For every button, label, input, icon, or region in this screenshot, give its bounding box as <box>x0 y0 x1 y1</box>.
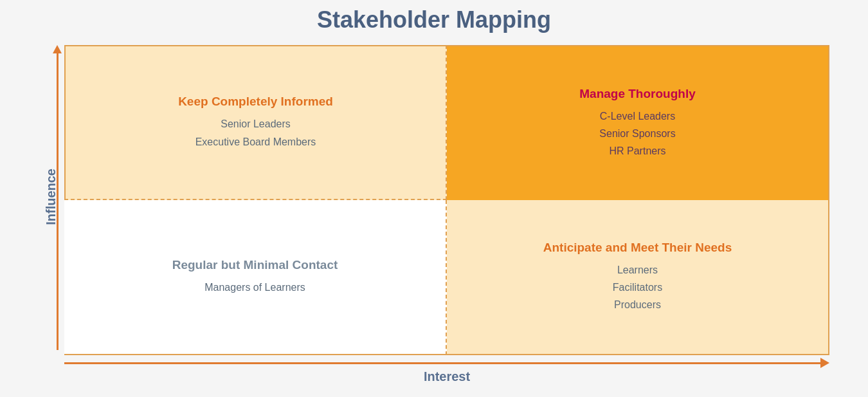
br-item-2: Facilitators <box>613 279 662 296</box>
x-axis-label: Interest <box>64 369 829 384</box>
br-item-3: Producers <box>614 296 661 313</box>
br-title: Anticipate and Meet Their Needs <box>543 241 732 255</box>
chart-wrapper: Influence Keep Completely Informed Senio… <box>39 45 829 368</box>
page-container: Stakeholder Mapping Influence Keep Compl… <box>0 0 868 397</box>
chart-area: Keep Completely Informed Senior Leaders … <box>64 45 829 368</box>
tl-title: Keep Completely Informed <box>178 95 333 109</box>
page-title: Stakeholder Mapping <box>317 6 551 33</box>
tl-item-1: Senior Leaders <box>221 115 291 133</box>
quadrant-bottom-left: Regular but Minimal Contact Managers of … <box>64 200 447 355</box>
tl-item-2: Executive Board Members <box>195 133 316 151</box>
bl-title: Regular but Minimal Contact <box>172 258 338 272</box>
quadrant-top-left: Keep Completely Informed Senior Leaders … <box>64 45 447 200</box>
tr-title: Manage Thoroughly <box>579 87 696 101</box>
bl-item-1: Managers of Learners <box>204 279 305 296</box>
quadrant-grid: Keep Completely Informed Senior Leaders … <box>64 45 829 355</box>
quadrant-top-right: Manage Thoroughly C-Level Leaders Senior… <box>447 45 829 200</box>
tr-item-2: Senior Sponsors <box>599 125 675 142</box>
tr-item-3: HR Partners <box>609 142 665 160</box>
x-axis-row <box>64 358 829 368</box>
tr-item-1: C-Level Leaders <box>600 107 675 125</box>
x-arrow-head <box>820 358 829 368</box>
quadrant-bottom-right: Anticipate and Meet Their Needs Learners… <box>447 200 829 355</box>
y-axis-label: Influence <box>39 169 59 225</box>
x-arrow-line <box>66 362 820 364</box>
br-item-1: Learners <box>617 261 658 279</box>
